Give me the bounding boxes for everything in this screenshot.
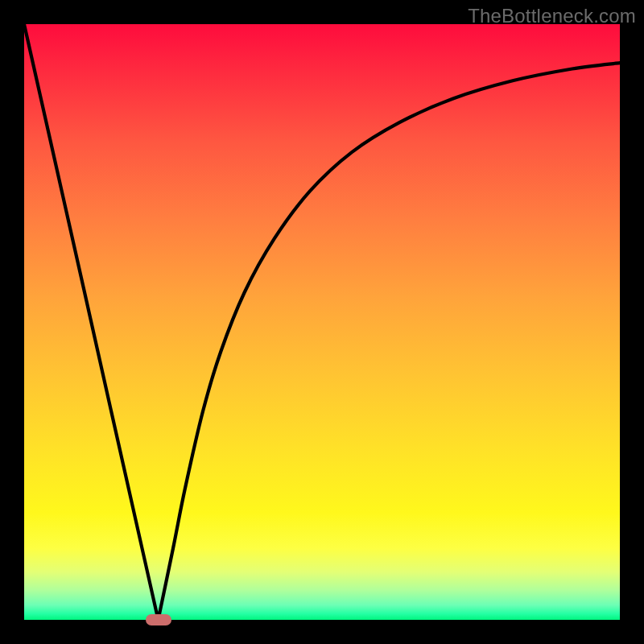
plot-area	[24, 24, 620, 620]
curve-svg	[24, 24, 620, 620]
optimal-marker	[146, 614, 171, 625]
bottleneck-curve	[24, 24, 620, 620]
chart-frame: TheBottleneck.com	[0, 0, 644, 644]
